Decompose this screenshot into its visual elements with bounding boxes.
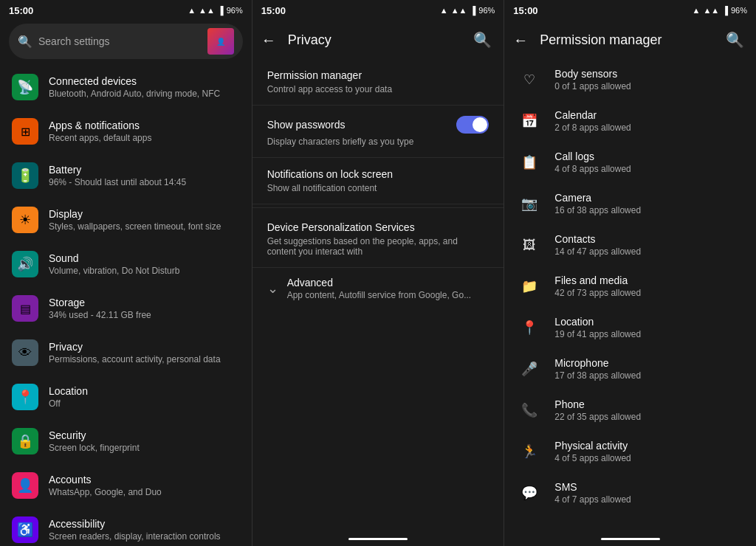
left-panel: 15:00 ▲ ▲▲ ▐ 96% 🔍 Search settings 👤 📡: [0, 0, 252, 546]
search-bar[interactable]: 🔍 Search settings 👤: [9, 24, 243, 59]
privacy-divider: [252, 207, 504, 208]
perm-title: Permission manager: [540, 32, 723, 48]
perm-item-files[interactable]: 📁 Files and media 42 of 73 apps allowed: [504, 266, 756, 307]
device-personal-sub: Get suggestions based on the people, app…: [267, 236, 489, 257]
advanced-item[interactable]: ⌄ Advanced App content, Autofill service…: [252, 268, 504, 309]
settings-item-accessibility[interactable]: ♿ Accessibility Screen readers, display,…: [0, 508, 252, 546]
settings-item-security[interactable]: 🔒 Security Screen lock, fingerprint: [0, 419, 252, 463]
search-button-perm[interactable]: 🔍: [723, 28, 747, 52]
body-sensors-text: Body sensors 0 of 1 apps allowed: [554, 68, 744, 91]
security-text: Security Screen lock, fingerprint: [49, 429, 240, 453]
connected-text: Connected devices Bluetooth, Android Aut…: [49, 75, 240, 99]
nav-indicator-right: [601, 538, 660, 540]
settings-item-sound[interactable]: 🔊 Sound Volume, vibration, Do Not Distur…: [0, 242, 252, 286]
privacy-icon-wrap: 👁: [12, 339, 38, 366]
sound-sub: Volume, vibration, Do Not Disturb: [49, 266, 240, 276]
body-sensors-icon: ♡: [516, 66, 543, 93]
show-passwords-toggle[interactable]: [456, 116, 489, 134]
back-button-privacy[interactable]: ←: [261, 32, 276, 49]
show-passwords-sub: Display characters briefly as you type: [267, 136, 489, 147]
battery-sub: 96% - Should last until about 14:45: [49, 177, 240, 187]
apps-sub: Recent apps, default apps: [49, 133, 240, 143]
storage-sub: 34% used - 42.11 GB free: [49, 310, 240, 320]
battery-setting-icon: 🔋: [17, 167, 33, 184]
battery-text: Battery 96% - Should last until about 14…: [49, 164, 240, 187]
privacy-item-show-passwords[interactable]: Show passwords Display characters briefl…: [252, 106, 504, 158]
perm-item-microphone[interactable]: 🎤 Microphone 17 of 38 apps allowed: [504, 348, 756, 390]
storage-icon: ▤: [20, 302, 31, 316]
display-label: Display: [49, 208, 240, 220]
privacy-item-perm-manager[interactable]: Permission manager Control app access to…: [252, 59, 504, 106]
accounts-icon-wrap: 👤: [12, 472, 38, 499]
signal-icon-right: ▲▲: [703, 6, 719, 15]
settings-item-location[interactable]: 📍 Location Off: [0, 375, 252, 419]
perm-item-location[interactable]: 📍 Location 19 of 41 apps allowed: [504, 307, 756, 348]
profile-icon: 👤: [216, 38, 225, 46]
perm-item-sms[interactable]: 💬 SMS 4 of 7 apps allowed: [504, 472, 756, 514]
settings-item-battery[interactable]: 🔋 Battery 96% - Should last until about …: [0, 153, 252, 198]
show-passwords-header: Show passwords: [267, 116, 489, 134]
calendar-name: Calendar: [554, 109, 744, 121]
nav-indicator-mid: [348, 538, 408, 540]
camera-count: 16 of 38 apps allowed: [554, 205, 744, 215]
perm-item-contacts[interactable]: 🖼 Contacts 14 of 47 apps allowed: [504, 224, 756, 266]
security-icon-wrap: 🔒: [12, 428, 38, 455]
search-button-privacy[interactable]: 🔍: [470, 28, 495, 52]
lock-screen-title: Notifications on lock screen: [267, 168, 489, 180]
connected-icon-wrap: 📡: [12, 74, 38, 100]
privacy-header: ← Privacy 🔍: [252, 21, 504, 59]
wifi-icon-mid: ▲: [440, 6, 448, 15]
settings-item-apps[interactable]: ⊞ Apps & notifications Recent apps, defa…: [0, 109, 252, 153]
back-button-perm[interactable]: ←: [513, 32, 528, 49]
perm-item-call-logs[interactable]: 📋 Call logs 4 of 8 apps allowed: [504, 142, 756, 183]
advanced-sub: App content, Autofill service from Googl…: [287, 290, 489, 300]
settings-item-storage[interactable]: ▤ Storage 34% used - 42.11 GB free: [0, 286, 252, 331]
privacy-icon: 👁: [18, 345, 32, 361]
display-icon: ☀: [19, 212, 31, 228]
call-logs-text: Call logs 4 of 8 apps allowed: [554, 151, 744, 174]
middle-panel: 15:00 ▲ ▲▲ ▐ 96% ← Privacy 🔍 Permission …: [252, 0, 505, 546]
privacy-item-device-personal[interactable]: Device Personalization Services Get sugg…: [252, 211, 504, 268]
time-right: 15:00: [513, 5, 537, 16]
perm-item-body-sensors[interactable]: ♡ Body sensors 0 of 1 apps allowed: [504, 59, 756, 100]
signal-icon: ▲▲: [199, 6, 215, 15]
body-sensors-count: 0 of 1 apps allowed: [554, 81, 744, 91]
microphone-count: 17 of 38 apps allowed: [554, 370, 744, 381]
calendar-text: Calendar 2 of 8 apps allowed: [554, 109, 744, 133]
sms-text: SMS 4 of 7 apps allowed: [554, 481, 744, 505]
display-text: Display Styles, wallpapers, screen timeo…: [49, 208, 240, 232]
status-icons-middle: ▲ ▲▲ ▐ 96%: [440, 6, 495, 15]
accessibility-icon-wrap: ♿: [12, 516, 38, 543]
settings-item-accounts[interactable]: 👤 Accounts WhatsApp, Google, and Duo: [0, 463, 252, 508]
search-placeholder: Search settings: [38, 35, 110, 47]
accounts-label: Accounts: [49, 474, 240, 485]
status-bar-right: 15:00 ▲ ▲▲ ▐ 96%: [504, 0, 756, 21]
settings-item-display[interactable]: ☀ Display Styles, wallpapers, screen tim…: [0, 198, 252, 242]
advanced-label: Advanced: [287, 277, 489, 288]
privacy-title: Privacy: [288, 32, 471, 48]
battery-pct-left: 96%: [227, 6, 243, 15]
perm-manager-title: Permission manager: [267, 69, 489, 81]
security-sub: Screen lock, fingerprint: [49, 443, 240, 453]
accessibility-sub: Screen readers, display, interaction con…: [49, 531, 240, 542]
camera-icon: 📷: [516, 190, 543, 217]
perm-item-physical[interactable]: 🏃 Physical activity 4 of 5 apps allowed: [504, 431, 756, 472]
camera-text: Camera 16 of 38 apps allowed: [554, 192, 744, 215]
profile-thumbnail: 👤: [207, 28, 234, 55]
settings-item-connected[interactable]: 📡 Connected devices Bluetooth, Android A…: [0, 65, 252, 109]
sms-icon: 💬: [516, 480, 543, 506]
perm-item-camera[interactable]: 📷 Camera 16 of 38 apps allowed: [504, 183, 756, 224]
battery-icon-right: ▐: [722, 6, 728, 15]
location-icon-wrap: 📍: [12, 384, 38, 410]
advanced-text: Advanced App content, Autofill service f…: [287, 277, 489, 300]
phone-name: Phone: [554, 398, 744, 410]
microphone-text: Microphone 17 of 38 apps allowed: [554, 357, 744, 381]
settings-item-privacy[interactable]: 👁 Privacy Permissions, account activity,…: [0, 331, 252, 375]
perm-manager-sub: Control app access to your data: [267, 84, 489, 94]
files-name: Files and media: [554, 274, 744, 286]
connected-icon: 📡: [17, 79, 33, 95]
perm-item-calendar[interactable]: 📅 Calendar 2 of 8 apps allowed: [504, 100, 756, 142]
perm-item-phone[interactable]: 📞 Phone 22 of 35 apps allowed: [504, 390, 756, 431]
privacy-item-lock-screen[interactable]: Notifications on lock screen Show all no…: [252, 158, 504, 204]
security-label: Security: [49, 429, 240, 441]
